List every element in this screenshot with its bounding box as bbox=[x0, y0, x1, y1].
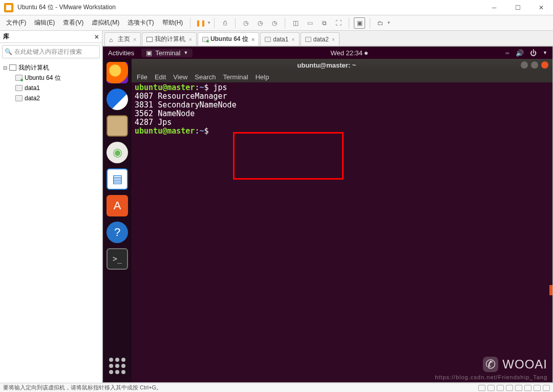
tab-ubuntu[interactable]: Ubuntu 64 位× bbox=[198, 32, 259, 46]
tab-data1[interactable]: data1× bbox=[260, 32, 299, 46]
terminal-body[interactable]: ubuntu@master:~$ jps 4007 ResourceManage… bbox=[132, 82, 552, 139]
close-button[interactable]: ✕ bbox=[529, 0, 553, 15]
term-menu-file[interactable]: File bbox=[137, 73, 147, 81]
collapse-icon[interactable]: ⊟ bbox=[3, 65, 9, 71]
dock-firefox[interactable] bbox=[107, 62, 128, 83]
tree-root[interactable]: ⊟ 我的计算机 bbox=[1, 62, 101, 73]
tab-bar: ⌂主页× 我的计算机× Ubuntu 64 位× data1× data2× bbox=[102, 31, 553, 46]
dock-thunderbird[interactable] bbox=[107, 89, 128, 110]
tree-item-label: data1 bbox=[25, 84, 40, 92]
dock-help[interactable]: ? bbox=[107, 222, 128, 243]
terminal-titlebar[interactable]: ubuntu@master: ~ bbox=[132, 59, 552, 71]
folder-dropdown[interactable]: ▼ bbox=[387, 20, 391, 25]
active-app-label: Terminal bbox=[155, 49, 180, 57]
menu-tabs[interactable]: 选项卡(T) bbox=[123, 16, 158, 29]
term-menu-edit[interactable]: Edit bbox=[155, 73, 166, 81]
term-menu-search[interactable]: Search bbox=[195, 73, 216, 81]
status-net-icon[interactable] bbox=[497, 385, 504, 391]
status-sound-icon[interactable] bbox=[515, 385, 522, 391]
menu-help[interactable]: 帮助(H) bbox=[158, 16, 187, 29]
status-cd-icon[interactable] bbox=[487, 385, 495, 391]
clock2-icon[interactable]: ◷ bbox=[254, 17, 266, 29]
folder-icon[interactable]: 🗀 bbox=[375, 17, 386, 29]
dock-software[interactable]: A bbox=[107, 195, 128, 216]
tree-item-data1[interactable]: data1 bbox=[1, 83, 101, 93]
vm-on-icon bbox=[15, 75, 23, 81]
tab-home[interactable]: ⌂主页× bbox=[104, 32, 141, 46]
pause-vm-button[interactable]: ❚❚ bbox=[195, 17, 206, 29]
status-printer-icon[interactable] bbox=[524, 385, 531, 391]
minimize-button[interactable]: ─ bbox=[482, 0, 506, 15]
vm-icon bbox=[305, 37, 311, 42]
window-title: Ubuntu 64 位 - VMware Workstation bbox=[17, 3, 482, 12]
dock-terminal[interactable]: >_ bbox=[107, 248, 128, 270]
tree-item-label: Ubuntu 64 位 bbox=[25, 74, 61, 82]
console-icon[interactable]: ▣ bbox=[354, 17, 365, 29]
terminal-menubar: File Edit View Search Terminal Help bbox=[132, 71, 552, 82]
power-dropdown[interactable]: ▼ bbox=[207, 20, 211, 25]
vm-icon bbox=[15, 85, 23, 91]
term-menu-help[interactable]: Help bbox=[256, 73, 269, 81]
tab-mycomputer[interactable]: 我的计算机× bbox=[142, 32, 196, 46]
tab-close-icon[interactable]: × bbox=[251, 36, 254, 42]
dock-rhythmbox[interactable]: ◉ bbox=[107, 142, 128, 163]
menu-file[interactable]: 文件(F) bbox=[2, 16, 30, 29]
status-display-icon[interactable] bbox=[534, 385, 541, 391]
tree-item-ubuntu[interactable]: Ubuntu 64 位 bbox=[1, 73, 101, 83]
prompt-user: ubuntu@master bbox=[135, 126, 195, 136]
status-disk-icon[interactable] bbox=[478, 385, 485, 391]
layout1-icon[interactable]: ◫ bbox=[290, 17, 301, 29]
tab-close-icon[interactable]: × bbox=[188, 36, 192, 42]
statusbar-hint: 要将输入定向到该虚拟机，请将鼠标指针移入其中或按 Ctrl+G。 bbox=[3, 384, 162, 391]
tab-data2[interactable]: data2× bbox=[301, 32, 339, 46]
terminal-small-icon: ▣ bbox=[146, 49, 152, 57]
terminal-output-line: 3562 NameNode bbox=[135, 109, 195, 118]
status-more-icon[interactable] bbox=[543, 385, 550, 391]
vm-icon bbox=[265, 37, 271, 42]
sidebar-search[interactable]: 🔍 在此处键入内容进行搜索 bbox=[2, 45, 100, 58]
activities-button[interactable]: Activities bbox=[108, 49, 134, 57]
menu-edit[interactable]: 编辑(E) bbox=[30, 16, 59, 29]
tree-root-label: 我的计算机 bbox=[18, 63, 49, 72]
statusbar-icons bbox=[478, 385, 550, 391]
terminal-title: ubuntu@master: ~ bbox=[136, 61, 518, 69]
sidebar-title: 库 bbox=[3, 32, 9, 41]
fullscreen-icon[interactable]: ⛶ bbox=[333, 17, 344, 29]
snapshot-button[interactable]: ⎙ bbox=[219, 17, 230, 29]
home-icon: ⌂ bbox=[109, 36, 115, 42]
dock-writer[interactable]: ▤ bbox=[107, 168, 128, 190]
menu-view[interactable]: 查看(V) bbox=[59, 16, 88, 29]
chevron-down-icon: ▼ bbox=[543, 50, 547, 55]
gnome-top-bar: Activities ▣ Terminal ▼ Wed 22:34 ⎓ 🔊 ⏻ … bbox=[103, 47, 552, 59]
tree-item-data2[interactable]: data2 bbox=[1, 93, 101, 103]
maximize-button[interactable]: ☐ bbox=[506, 0, 529, 15]
layout3-icon[interactable]: ⧉ bbox=[318, 17, 330, 29]
terminal-close-icon[interactable] bbox=[541, 61, 548, 69]
tab-close-icon[interactable]: × bbox=[332, 36, 335, 42]
active-app-indicator[interactable]: ▣ Terminal ▼ bbox=[141, 49, 193, 57]
network-icon: ⎓ bbox=[505, 49, 509, 57]
computer-icon bbox=[146, 37, 153, 42]
dock-show-apps[interactable] bbox=[107, 356, 127, 376]
terminal-maximize-icon[interactable] bbox=[531, 61, 538, 69]
status-menu[interactable]: ⎓ 🔊 ⏻ ▼ bbox=[505, 49, 547, 57]
prompt-user: ubuntu@master bbox=[135, 83, 195, 92]
menu-vm[interactable]: 虚拟机(M) bbox=[88, 16, 123, 29]
terminal-minimize-icon[interactable] bbox=[521, 61, 528, 69]
search-icon: 🔍 bbox=[5, 48, 12, 55]
library-sidebar: 库 × 🔍 在此处键入内容进行搜索 ⊟ 我的计算机 Ubuntu 64 位 da… bbox=[0, 31, 102, 383]
clock3-icon[interactable]: ◷ bbox=[269, 17, 280, 29]
terminal-command: jps bbox=[214, 83, 227, 92]
term-menu-terminal[interactable]: Terminal bbox=[223, 73, 248, 81]
clock1-icon[interactable]: ◷ bbox=[240, 17, 251, 29]
term-menu-view[interactable]: View bbox=[173, 73, 187, 81]
status-usb-icon[interactable] bbox=[506, 385, 513, 391]
sidebar-close-icon[interactable]: × bbox=[95, 33, 99, 41]
terminal-window: ubuntu@master: ~ File Edit View Search bbox=[132, 59, 552, 382]
clock[interactable]: Wed 22:34 bbox=[193, 49, 505, 57]
layout2-icon[interactable]: ▭ bbox=[304, 17, 315, 29]
tab-close-icon[interactable]: × bbox=[291, 36, 294, 42]
dock-files[interactable] bbox=[107, 115, 128, 137]
vm-viewport[interactable]: Activities ▣ Terminal ▼ Wed 22:34 ⎓ 🔊 ⏻ … bbox=[102, 46, 553, 383]
tab-close-icon[interactable]: × bbox=[133, 36, 136, 42]
